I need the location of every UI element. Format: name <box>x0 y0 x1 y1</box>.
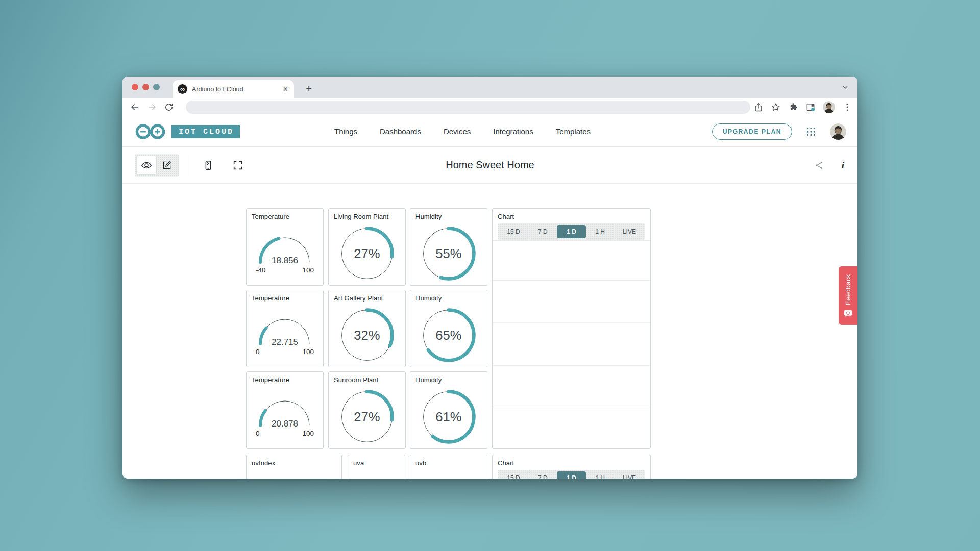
gauge-max: 100 <box>302 430 314 437</box>
dashboard-title: Home Sweet Home <box>446 159 534 171</box>
widget-temperature-2: Temperature 22.715 0 100 <box>246 290 324 367</box>
range-1h-button[interactable]: 1 H <box>586 225 615 238</box>
ring-chart: 65% <box>420 306 478 364</box>
widget-title: Sunroom Plant <box>334 376 400 384</box>
nav-item-integrations[interactable]: Integrations <box>493 127 533 136</box>
new-tab-button[interactable]: + <box>302 82 315 95</box>
ring-value: 61% <box>435 410 461 424</box>
gauge-value: 20.878 <box>272 419 298 429</box>
gauge-max: 100 <box>302 348 314 356</box>
ring-value: 65% <box>435 328 461 342</box>
address-bar[interactable] <box>186 101 750 114</box>
range-1h-button[interactable]: 1 H <box>586 471 615 479</box>
gauge-chart: 22.715 <box>254 314 315 347</box>
value-display: 12 <box>353 472 400 479</box>
widget-title: Humidity <box>415 294 482 302</box>
tab-search-chevron-icon[interactable] <box>841 83 849 91</box>
forward-icon[interactable] <box>147 102 157 112</box>
gauge-min: 0 <box>256 348 260 356</box>
browser-navbar <box>122 98 857 116</box>
widget-title: uvIndex <box>252 459 336 467</box>
range-15d-button[interactable]: 15 D <box>499 225 528 238</box>
toolbar-divider <box>191 155 191 176</box>
ring-value: 27% <box>354 410 380 424</box>
tab-strip: ∞ Arduino IoT Cloud × + <box>122 77 857 98</box>
time-range-selector: 15 D 7 D 1 D 1 H LIVE <box>498 470 645 479</box>
range-live-button[interactable]: LIVE <box>615 471 644 479</box>
nav-item-dashboards[interactable]: Dashboards <box>380 127 421 136</box>
browser-profile-avatar[interactable] <box>823 101 835 113</box>
feedback-smiley-icon <box>844 310 852 317</box>
widget-title: Humidity <box>415 213 482 220</box>
ring-chart: 27% <box>338 224 396 283</box>
dashboard-toolbar: Home Sweet Home i <box>122 147 857 184</box>
gauge-chart: 18.856 <box>254 233 315 265</box>
gauge-value: 18.856 <box>272 256 298 265</box>
edit-mode-button[interactable] <box>157 156 177 175</box>
nav-item-templates[interactable]: Templates <box>556 127 591 136</box>
apps-grid-icon[interactable] <box>805 126 817 137</box>
arduino-brand[interactable]: IOT CLOUD <box>135 123 240 140</box>
widget-humidity-3: Humidity 61% <box>410 371 487 449</box>
nav-item-things[interactable]: Things <box>334 127 357 136</box>
gauge-min: -40 <box>256 266 266 274</box>
widget-title: uvb <box>415 459 482 467</box>
widget-title: Chart <box>498 459 645 467</box>
bookmark-star-icon[interactable] <box>771 102 781 112</box>
value-display: 0.030 <box>252 472 336 479</box>
range-7d-button[interactable]: 7 D <box>528 471 557 479</box>
nav-item-devices[interactable]: Devices <box>444 127 471 136</box>
arduino-infinity-logo-icon <box>135 123 166 140</box>
widget-uvindex: uvIndex 0.030 <box>246 455 342 479</box>
feedback-button[interactable]: Feedback <box>839 266 857 325</box>
widget-title: Chart <box>498 213 645 220</box>
minimize-window-button[interactable] <box>142 84 149 90</box>
range-15d-button[interactable]: 15 D <box>499 471 528 479</box>
share-page-icon[interactable] <box>753 102 764 112</box>
range-live-button[interactable]: LIVE <box>615 225 644 238</box>
app-header: IOT CLOUD Things Dashboards Devices Inte… <box>122 116 857 147</box>
widget-humidity-1: Humidity 55% <box>410 208 487 286</box>
widget-uvb: uvb 14 <box>410 455 487 479</box>
reload-icon[interactable] <box>164 102 174 112</box>
chart-plot-area <box>493 240 650 448</box>
range-1d-button[interactable]: 1 D <box>557 471 585 479</box>
widget-title: Art Gallery Plant <box>334 294 400 302</box>
widget-title: Humidity <box>415 376 482 384</box>
widget-chart-1: Chart 15 D 7 D 1 D 1 H LIVE <box>492 208 651 449</box>
side-panel-icon[interactable] <box>805 102 816 112</box>
account-avatar[interactable] <box>830 123 846 140</box>
ring-chart: 32% <box>338 306 396 364</box>
range-7d-button[interactable]: 7 D <box>528 225 557 238</box>
info-icon[interactable]: i <box>842 160 844 171</box>
browser-window: ∞ Arduino IoT Cloud × + <box>122 77 857 479</box>
fullscreen-icon[interactable] <box>232 160 243 171</box>
close-window-button[interactable] <box>132 84 138 90</box>
value-display: 14 <box>415 472 482 479</box>
widget-temperature-3: Temperature 20.878 0 100 <box>246 371 324 449</box>
view-mode-button[interactable] <box>136 156 157 175</box>
back-icon[interactable] <box>130 102 140 112</box>
upgrade-plan-button[interactable]: UPGRADE PLAN <box>712 123 792 140</box>
window-controls <box>132 84 160 90</box>
widget-uva: uva 12 <box>348 455 405 479</box>
feedback-label: Feedback <box>844 274 852 305</box>
ring-value: 32% <box>354 328 380 342</box>
widget-title: Living Room Plant <box>334 213 400 220</box>
dashboard-content: Temperature 18.856 -40 100 Living Room P… <box>122 184 857 479</box>
maximize-window-button[interactable] <box>153 84 160 90</box>
browser-menu-kebab-icon[interactable] <box>842 102 852 112</box>
browser-tab[interactable]: ∞ Arduino IoT Cloud × <box>173 80 294 98</box>
ring-value: 27% <box>354 246 380 261</box>
widget-sunroom-plant: Sunroom Plant 27% <box>328 371 406 449</box>
ring-chart: 61% <box>420 388 478 446</box>
gauge-chart: 20.878 <box>254 396 315 429</box>
mobile-layout-icon[interactable] <box>203 160 214 171</box>
time-range-selector: 15 D 7 D 1 D 1 H LIVE <box>498 223 645 240</box>
range-1d-button[interactable]: 1 D <box>557 225 585 238</box>
extensions-puzzle-icon[interactable] <box>788 102 798 112</box>
edit-pencil-icon <box>162 160 172 170</box>
tab-close-icon[interactable]: × <box>282 85 289 94</box>
arduino-favicon-icon: ∞ <box>178 84 187 94</box>
share-dashboard-icon[interactable] <box>814 160 824 170</box>
